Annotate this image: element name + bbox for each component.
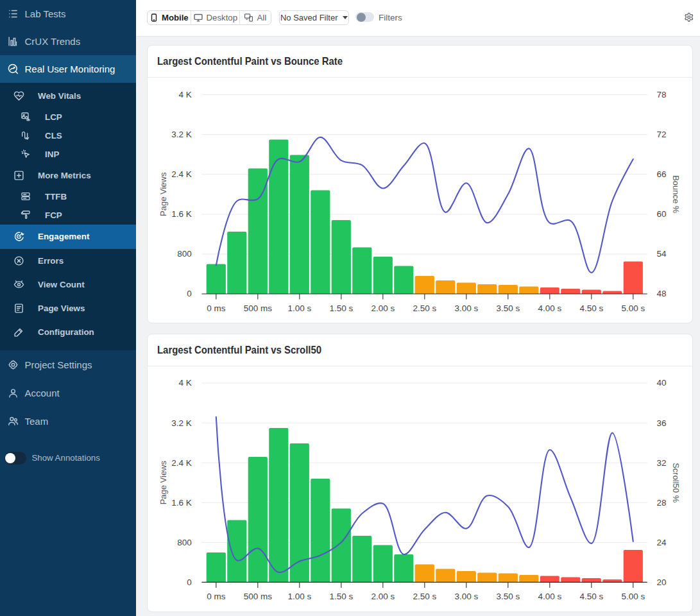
svg-text:48: 48	[656, 289, 666, 298]
svg-text:Page Views: Page Views	[158, 461, 167, 505]
svg-text:4.00 s: 4.00 s	[538, 592, 561, 601]
svg-text:3.2 K: 3.2 K	[171, 130, 192, 139]
svg-text:1.6 K: 1.6 K	[171, 209, 192, 219]
svg-text:0 ms: 0 ms	[207, 304, 225, 313]
svg-text:0: 0	[187, 578, 192, 587]
svg-text:54: 54	[656, 249, 666, 259]
svg-text:1.00 s: 1.00 s	[287, 592, 311, 601]
svg-text:24: 24	[656, 538, 666, 547]
svg-text:500 ms: 500 ms	[243, 304, 271, 313]
svg-text:2.4 K: 2.4 K	[171, 458, 192, 468]
svg-text:3.00 s: 3.00 s	[454, 592, 478, 601]
svg-text:4 K: 4 K	[178, 379, 191, 388]
svg-text:72: 72	[656, 130, 666, 139]
svg-text:5.00 s: 5.00 s	[621, 592, 645, 601]
svg-text:28: 28	[656, 498, 666, 508]
svg-text:Bounce %: Bounce %	[671, 175, 681, 214]
svg-text:800: 800	[177, 249, 192, 259]
svg-text:3.2 K: 3.2 K	[171, 418, 192, 428]
svg-text:66: 66	[656, 169, 666, 179]
svg-text:4.50 s: 4.50 s	[579, 592, 603, 601]
svg-text:500 ms: 500 ms	[243, 592, 271, 601]
svg-text:2.50 s: 2.50 s	[413, 304, 436, 313]
svg-text:4.50 s: 4.50 s	[579, 304, 603, 313]
svg-text:2.00 s: 2.00 s	[371, 304, 395, 313]
svg-text:32: 32	[656, 458, 666, 468]
svg-text:5.00 s: 5.00 s	[621, 304, 645, 313]
svg-text:3.00 s: 3.00 s	[454, 304, 478, 313]
svg-text:1.50 s: 1.50 s	[329, 592, 353, 601]
svg-text:3.50 s: 3.50 s	[496, 592, 520, 601]
svg-text:0 ms: 0 ms	[207, 592, 225, 601]
svg-text:4.00 s: 4.00 s	[538, 304, 561, 313]
svg-text:Scroll50 %: Scroll50 %	[671, 463, 681, 503]
svg-text:1.6 K: 1.6 K	[171, 498, 192, 508]
svg-text:2.00 s: 2.00 s	[371, 592, 395, 601]
svg-text:4 K: 4 K	[178, 90, 191, 99]
svg-text:78: 78	[656, 90, 666, 99]
svg-text:36: 36	[656, 418, 666, 428]
svg-text:800: 800	[177, 538, 192, 547]
svg-text:1.50 s: 1.50 s	[329, 304, 353, 313]
svg-text:1.00 s: 1.00 s	[287, 304, 311, 313]
svg-text:20: 20	[656, 578, 666, 587]
svg-text:2.50 s: 2.50 s	[413, 592, 436, 601]
svg-text:Page Views: Page Views	[158, 172, 167, 216]
svg-text:40: 40	[656, 379, 666, 388]
svg-text:2.4 K: 2.4 K	[171, 169, 192, 179]
svg-text:3.50 s: 3.50 s	[496, 304, 520, 313]
svg-text:60: 60	[656, 209, 666, 219]
svg-text:0: 0	[187, 289, 192, 298]
